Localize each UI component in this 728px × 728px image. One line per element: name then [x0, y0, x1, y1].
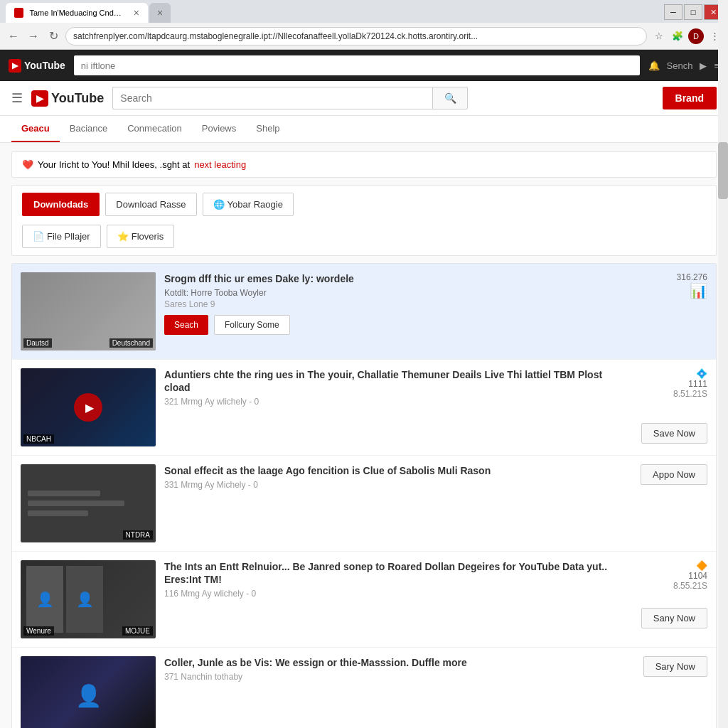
video-thumb-2[interactable]: NBCAH [21, 368, 156, 446]
nav-item-shelp[interactable]: Shelp [246, 116, 289, 142]
video-stats-4: 🔶 1104 8.55.21S Sany Now [636, 560, 707, 628]
video-meta-1: Sares Lone 9 [164, 299, 628, 309]
downloads-btn[interactable]: Downlodads [22, 193, 100, 216]
scrollbar-thumb[interactable] [718, 142, 728, 199]
video-thumb-4[interactable]: 👤 👤 Wenure MOJUE [21, 560, 156, 638]
video-thumb-5[interactable]: 👤 [21, 656, 156, 728]
video-stats-5: Sary Now [636, 656, 707, 677]
floveris-label: Floveris [132, 231, 164, 242]
refresh-btn[interactable]: ↻ [46, 28, 61, 44]
video-title-3: Sonal effecit as the laage Ago fencition… [164, 464, 628, 477]
yt-icon-small: ▶ [9, 59, 21, 73]
bar-chart-icon: 📊 [690, 282, 707, 299]
yt-text-small: YouTube [24, 60, 65, 71]
thumb-label-left-1: Dautsd [23, 338, 52, 348]
video-meta-3: 331 Mrmg Ay Michely - 0 [164, 480, 628, 490]
blue-diamond-icon: 💠 [696, 368, 707, 379]
stat-count-4: 1104 [688, 571, 707, 581]
address-bar[interactable] [65, 27, 647, 46]
scrollbar[interactable] [718, 0, 728, 728]
extensions-btn[interactable]: 🧩 [670, 28, 685, 44]
thumb-play-icon-2 [74, 393, 102, 422]
video-info-3: Sonal effecit as the laage Ago fencition… [164, 464, 628, 496]
yt-topbar: ▶ YouTube 🔔 Sench ▶ ≡ [0, 50, 728, 81]
video-list: Dautsd Deutschand Srogm dff thic ur emes… [11, 263, 717, 728]
heart-icon: ❤️ [22, 159, 33, 170]
inactive-tab[interactable]: × [149, 3, 171, 23]
floveris-btn[interactable]: ⭐ Floveris [107, 225, 175, 248]
search-input[interactable] [112, 87, 432, 109]
brand-btn[interactable]: Brand [663, 87, 717, 109]
topbar-search-input[interactable] [74, 55, 640, 75]
yt-brand-text: YouTube [51, 91, 104, 106]
yt-search-bar: 🔍 [112, 87, 468, 109]
stat-views-4: 8.55.21S [673, 581, 707, 591]
video-item-1: Dautsd Deutschand Srogm dff thic ur emes… [12, 264, 716, 360]
yt-content: ❤️ Your Iricht to You! Mhil Idees, .sght… [0, 143, 728, 728]
inactive-tab-close[interactable]: × [157, 7, 163, 18]
video-info-1: Srogm dff thic ur emes Dake ly: wordele … [164, 272, 628, 335]
minimize-btn[interactable]: ─ [664, 4, 682, 20]
nav-item-conmecation[interactable]: Conmecation [117, 116, 192, 142]
gold-icon: 🔶 [696, 560, 707, 571]
yt-logo-small: ▶ YouTube [9, 59, 65, 73]
save-now-btn-2[interactable]: Save Now [641, 423, 707, 444]
hamburger-icon[interactable]: ☰ [11, 90, 23, 106]
nav-item-geacu[interactable]: Geacu [11, 116, 60, 142]
nav-item-poviews[interactable]: Poviews [192, 116, 246, 142]
save-now-btn-4[interactable]: Sany Now [641, 608, 707, 628]
stat-count-2: 1111 [688, 379, 707, 389]
yobar-label: Yobar Raogie [228, 199, 283, 210]
video-title-1: Srogm dff thic ur emes Dake ly: wordele [164, 272, 628, 285]
video-meta-5: 371 Nanchin tothaby [164, 672, 628, 682]
yt-logo: ▶ YouTube [31, 90, 104, 107]
save-now-btn-3[interactable]: Appo Now [641, 464, 707, 485]
thumb-label-4b: MOJUE [122, 626, 153, 636]
topbar-yt-btn[interactable]: ▶ [700, 60, 707, 71]
profile-btn[interactable]: D [688, 28, 704, 44]
thumb-label-3: NTDRA [123, 530, 153, 540]
notif-text: Your Iricht to You! Mhil Idees, .sght at [38, 159, 190, 170]
video-follow-btn-1[interactable]: Follcury Some [214, 315, 290, 335]
video-title-2: Aduntiers chte the ring ues in The youir… [164, 368, 628, 394]
yt-brand-icon: ▶ [31, 90, 48, 107]
bookmark-btn[interactable]: ☆ [651, 28, 667, 44]
nav-item-baciance[interactable]: Baciance [60, 116, 117, 142]
yobar-raogie-btn[interactable]: 🌐 Yobar Raogie [203, 193, 294, 216]
maximize-btn[interactable]: □ [684, 4, 702, 20]
topbar-bell-btn[interactable]: 🔔 [648, 60, 660, 71]
save-now-btn-5[interactable]: Sary Now [643, 656, 707, 677]
stat-count-1: 316.276 [677, 272, 707, 282]
file-player-btn[interactable]: 📄 File Pllajer [22, 225, 101, 248]
video-thumb-3[interactable]: NTDRA [21, 464, 156, 542]
star-icon: ⭐ [117, 231, 129, 242]
search-btn[interactable]: 🔍 [432, 87, 468, 109]
back-btn[interactable]: ← [6, 28, 21, 44]
thumb-label-2: NBCAH [23, 434, 54, 444]
thumb-label-right-1: Deutschand [109, 338, 153, 348]
notification-bar: ❤️ Your Iricht to You! Mhil Idees, .sght… [11, 151, 717, 178]
globe-icon: 🌐 [213, 199, 225, 210]
action-buttons-bar: Downlodads Download Rasse 🌐 Yobar Raogie… [11, 185, 717, 256]
active-tab[interactable]: Tame In'Meduacing Cndne... × [6, 3, 148, 23]
video-stats-3: Appo Now [636, 464, 707, 485]
video-info-4: The Ints an Entt Relnuior... Be Janred s… [164, 560, 628, 604]
video-stats-2: 💠 1111 8.51.21S Save Now [636, 368, 707, 444]
video-channel-1: Kotdlt: Horre Tooba Woyler [164, 288, 628, 298]
tab-favicon [14, 8, 23, 18]
file-icon: 📄 [33, 231, 44, 242]
stat-views-2: 8.51.21S [673, 389, 707, 399]
video-item-2: NBCAH Aduntiers chte the ring ues in The… [12, 360, 716, 456]
video-info-2: Aduntiers chte the ring ues in The youir… [164, 368, 628, 412]
thumb-placeholder-1: Dautsd Deutschand [21, 272, 156, 350]
forward-btn[interactable]: → [26, 28, 41, 44]
tab-close-btn[interactable]: × [134, 7, 139, 18]
yt-nav: Geacu Baciance Conmecation Poviews Shelp [0, 116, 728, 143]
download-raise-btn[interactable]: Download Rasse [105, 193, 196, 216]
notif-link[interactable]: next leacting [194, 159, 246, 170]
video-thumb-1[interactable]: Dautsd Deutschand [21, 272, 156, 350]
video-meta-2: 321 Mrmg Ay wlichely - 0 [164, 397, 628, 407]
file-player-label: File Pllajer [47, 231, 90, 242]
thumb-label-4a: Wenure [23, 626, 54, 636]
video-search-btn-1[interactable]: Seach [164, 315, 208, 335]
